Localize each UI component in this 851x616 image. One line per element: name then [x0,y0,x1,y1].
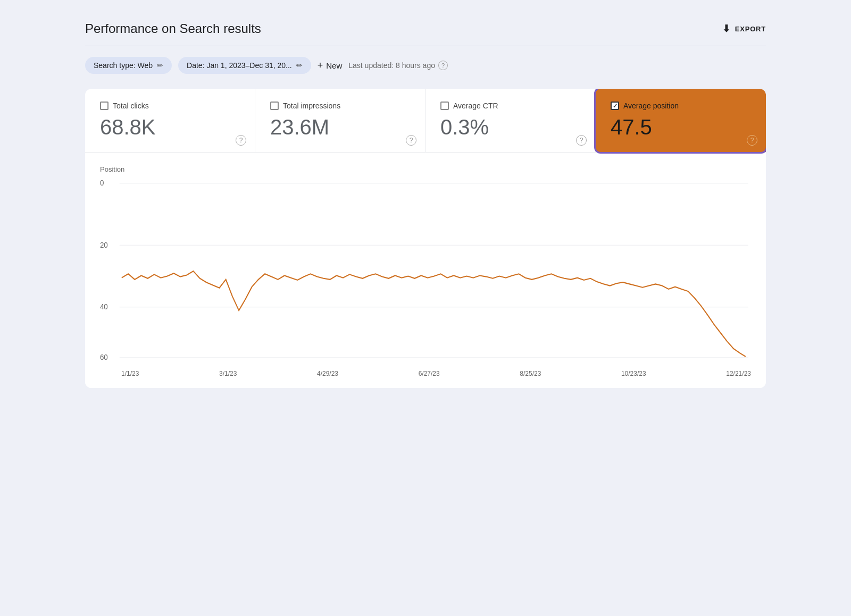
date-filter[interactable]: Date: Jan 1, 2023–Dec 31, 20... ✏ [178,57,311,74]
x-axis-labels: 1/1/23 3/1/23 4/29/23 6/27/23 8/25/23 10… [100,367,751,377]
search-type-label: Search type: Web [94,61,153,70]
ctr-help-icon[interactable]: ? [576,135,587,146]
x-label-0: 1/1/23 [121,370,139,377]
metric-average-ctr[interactable]: Average CTR 0.3% ? [426,89,596,152]
svg-text:60: 60 [100,353,108,361]
impressions-help-icon[interactable]: ? [406,135,416,146]
position-checkbox[interactable] [611,102,619,110]
clicks-checkbox[interactable] [100,102,109,110]
clicks-value: 68.8K [100,115,240,139]
metric-label-row-ctr: Average CTR [440,102,580,110]
metric-total-clicks[interactable]: Total clicks 68.8K ? [85,89,255,152]
position-value: 47.5 [611,115,751,139]
filters-row: Search type: Web ✏ Date: Jan 1, 2023–Dec… [85,57,766,74]
date-edit-icon: ✏ [296,61,303,70]
last-updated-help-icon[interactable]: ? [438,61,448,70]
export-label: EXPORT [735,25,766,33]
metric-total-impressions[interactable]: Total impressions 23.6M ? [255,89,426,152]
main-card: Total clicks 68.8K ? Total impressions 2… [85,89,766,388]
page-title: Performance on Search results [85,21,261,36]
metric-label-row-position: Average position [611,102,751,110]
chart-container: 0 20 40 60 [100,175,751,367]
impressions-value: 23.6M [270,115,410,139]
header: Performance on Search results ⬇ EXPORT [85,16,766,46]
x-label-6: 12/21/23 [726,370,751,377]
x-label-1: 3/1/23 [219,370,237,377]
position-label: Average position [623,102,679,110]
metric-average-position[interactable]: Average position 47.5 ? [596,89,766,152]
last-updated: Last updated: 8 hours ago ? [348,61,448,70]
x-label-3: 6/27/23 [419,370,440,377]
ctr-label: Average CTR [453,102,498,110]
chart-svg: 0 20 40 60 [100,175,751,367]
chart-line [122,271,746,357]
metrics-row: Total clicks 68.8K ? Total impressions 2… [85,89,766,153]
metric-label-row-clicks: Total clicks [100,102,240,110]
search-type-filter[interactable]: Search type: Web ✏ [85,57,172,74]
download-icon: ⬇ [722,23,731,35]
x-label-2: 4/29/23 [317,370,338,377]
main-container: Performance on Search results ⬇ EXPORT S… [85,16,766,388]
svg-text:40: 40 [100,303,108,311]
impressions-label: Total impressions [283,102,340,110]
svg-text:0: 0 [100,179,104,187]
new-button[interactable]: + New [318,60,343,71]
new-label: New [326,61,342,70]
plus-icon: + [318,60,323,71]
x-label-4: 8/25/23 [520,370,541,377]
date-label: Date: Jan 1, 2023–Dec 31, 20... [187,61,292,70]
position-help-icon[interactable]: ? [747,135,757,146]
search-type-edit-icon: ✏ [157,61,163,70]
impressions-checkbox[interactable] [270,102,279,110]
svg-text:20: 20 [100,241,108,249]
last-updated-text: Last updated: 8 hours ago [348,61,435,70]
header-divider [85,46,766,46]
clicks-help-icon[interactable]: ? [236,135,246,146]
metric-label-row-impressions: Total impressions [270,102,410,110]
chart-y-label: Position [100,165,751,173]
chart-area: Position 0 20 40 60 [85,153,766,388]
ctr-checkbox[interactable] [440,102,449,110]
clicks-label: Total clicks [113,102,149,110]
export-button[interactable]: ⬇ EXPORT [722,23,766,35]
ctr-value: 0.3% [440,115,580,139]
x-label-5: 10/23/23 [621,370,646,377]
